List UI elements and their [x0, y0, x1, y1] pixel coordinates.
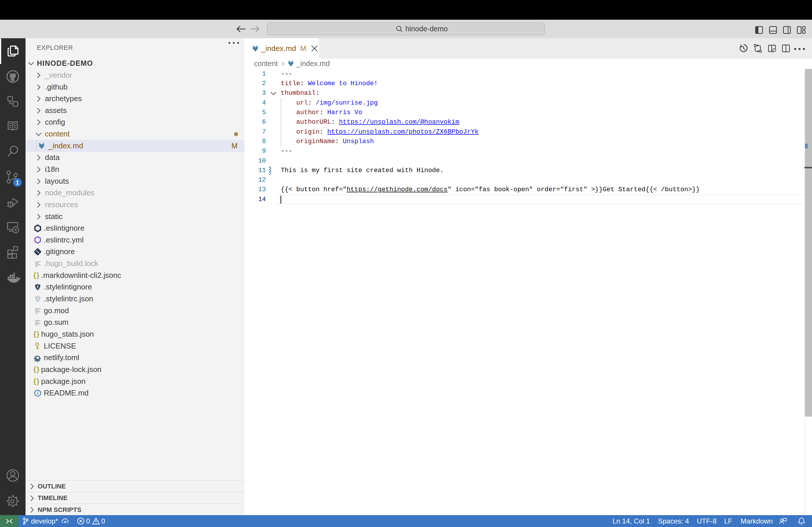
svg-text:1: 1	[16, 179, 19, 186]
